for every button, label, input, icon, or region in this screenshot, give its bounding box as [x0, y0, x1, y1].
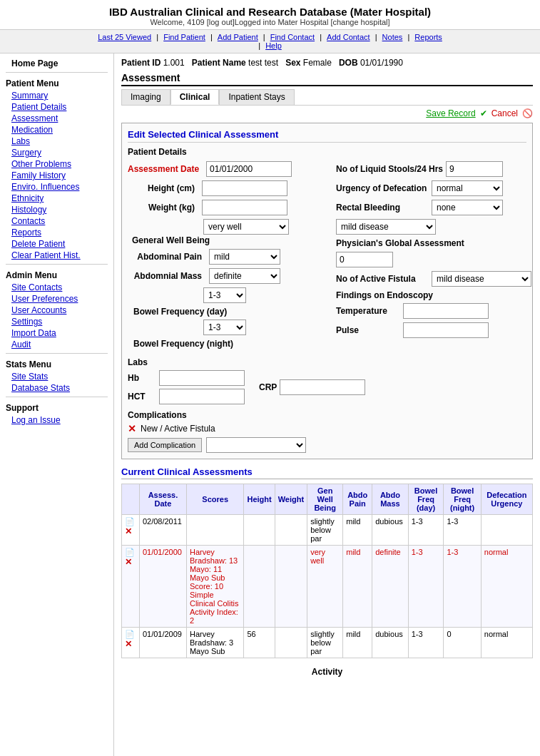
sidebar-site-stats[interactable]: Site Stats — [6, 371, 108, 382]
row3-delete-icon[interactable]: ✕ — [125, 639, 132, 649]
row1-gen-well-being: slightly below par — [307, 515, 343, 546]
sidebar-other-problems[interactable]: Other Problems — [6, 158, 108, 170]
abdomnial-mass-select[interactable]: none dubious definite tender — [209, 268, 280, 284]
sidebar-patient-details[interactable]: Patient Details — [6, 101, 108, 113]
sidebar-site-contacts[interactable]: Site Contacts — [6, 282, 108, 293]
patient-name-label: Patient Name — [192, 58, 246, 68]
pulse-row: Pulse — [336, 322, 531, 338]
row2-actions: 📄 ✕ — [122, 546, 140, 628]
general-well-being-row: very well slightly below par poor very p… — [128, 219, 327, 235]
save-record-button[interactable]: Save Record — [426, 108, 475, 118]
cancel-button[interactable]: Cancel — [491, 108, 518, 118]
weight-row: Weight (kg) — [128, 200, 327, 215]
col-abdo-mass: Abdo Mass — [372, 484, 409, 515]
tab-clinical[interactable]: Clinical — [170, 89, 220, 105]
col-bowel-freq-night: Bowel Freq (night) — [444, 484, 481, 515]
col-bowel-freq-day: Bowel Freq (day) — [408, 484, 444, 515]
sidebar-user-accounts[interactable]: User Accounts — [6, 305, 108, 316]
liquid-stools-input[interactable] — [446, 161, 503, 177]
sidebar-settings[interactable]: Settings — [6, 316, 108, 327]
row2-date: 01/01/2000 — [139, 546, 186, 628]
sidebar-delete-patient[interactable]: Delete Patient — [6, 238, 108, 250]
sidebar-clear-patient-hist[interactable]: Clear Patient Hist. — [6, 250, 108, 261]
tab-imaging[interactable]: Imaging — [121, 89, 170, 105]
add-complication-button[interactable]: Add Complication — [128, 438, 202, 452]
row1-edit-icon[interactable]: 📄 — [125, 517, 135, 526]
col-weight: Weight — [275, 484, 307, 515]
hb-input[interactable] — [159, 370, 245, 386]
bowel-freq-night-select[interactable]: 0 1-3 4-6 7-9 >9 — [203, 320, 246, 335]
abdominal-pain-select[interactable]: none mild moderate severe — [209, 249, 280, 265]
sidebar-log-issue[interactable]: Log an Issue — [6, 414, 108, 426]
col-actions — [122, 484, 140, 515]
active-fistula-select[interactable]: mild disease moderate disease severe dis… — [432, 271, 531, 287]
weight-input[interactable] — [202, 200, 287, 215]
urgency-select[interactable]: normal hurry immediate — [432, 180, 503, 196]
table-row: 📄 ✕ 01/01/2009 Harvey Bradshaw: 3Mayo Su… — [122, 628, 533, 658]
nav-notes[interactable]: Notes — [382, 33, 403, 41]
crp-input[interactable] — [280, 379, 365, 395]
nav-reports[interactable]: Reports — [414, 33, 442, 41]
form-title: Edit Selected Clinical Assessment — [128, 129, 526, 143]
sidebar-import-data[interactable]: Import Data — [6, 327, 108, 339]
sidebar-medication[interactable]: Medication — [6, 124, 108, 136]
rectal-bleeding-extra-select[interactable]: mild disease moderate disease severe dis… — [336, 219, 436, 235]
hct-input[interactable] — [159, 389, 245, 404]
sidebar-enviro-influences[interactable]: Enviro. Influences — [6, 181, 108, 193]
nav-add-contact[interactable]: Add Contact — [327, 33, 370, 41]
sidebar-database-stats[interactable]: Database Stats — [6, 382, 108, 394]
sidebar-audit[interactable]: Audit — [6, 339, 108, 350]
col-abdo-pain: Abdo Pain — [343, 484, 372, 515]
sidebar-histology[interactable]: Histology — [6, 204, 108, 215]
nav-last25[interactable]: Last 25 Viewed — [98, 33, 151, 41]
rectal-bleeding-select[interactable]: none trace occasional frequent — [432, 200, 503, 215]
bowel-freq-day-select[interactable]: 0 1-3 4-6 7-9 >9 — [203, 287, 246, 303]
row2-gen-well-being: very well — [307, 546, 343, 628]
row2-edit-icon[interactable]: 📄 — [125, 548, 135, 556]
physician-global-input[interactable] — [336, 252, 393, 267]
cancel-icon: 🚫 — [522, 108, 533, 118]
patient-info: Patient ID 1.001 Patient Name test test … — [121, 58, 533, 68]
nav-find-patient[interactable]: Find Patient — [163, 33, 205, 41]
temperature-input[interactable] — [403, 303, 489, 319]
row1-delete-icon[interactable]: ✕ — [125, 526, 132, 536]
clinical-assessment-form: Edit Selected Clinical Assessment Patien… — [121, 123, 533, 459]
sidebar-ethnicity[interactable]: Ethnicity — [6, 193, 108, 204]
complication-remove-icon[interactable]: ✕ — [128, 423, 136, 434]
sidebar-labs[interactable]: Labs — [6, 136, 108, 147]
row3-edit-icon[interactable]: 📄 — [125, 630, 135, 638]
height-input[interactable] — [202, 180, 287, 196]
nav-help[interactable]: Help — [265, 41, 282, 50]
height-label: Height (cm) — [128, 183, 199, 193]
crp-label: CRP — [259, 382, 277, 392]
row2-abdo-mass: definite — [372, 546, 409, 628]
liquid-stools-row: No of Liquid Stools/24 Hrs — [336, 161, 531, 177]
form-toolbar: Save Record ✔ Cancel 🚫 — [121, 108, 533, 118]
nav-add-patient[interactable]: Add Patient — [218, 33, 258, 41]
pulse-input[interactable] — [403, 322, 489, 338]
general-well-being-select[interactable]: very well slightly below par poor very p… — [203, 219, 289, 235]
row2-delete-icon[interactable]: ✕ — [125, 557, 132, 567]
patient-id-label: Patient ID — [121, 58, 161, 68]
sidebar-contacts[interactable]: Contacts — [6, 215, 108, 227]
temperature-label: Temperature — [336, 306, 400, 316]
sidebar-summary[interactable]: Summary — [6, 90, 108, 101]
sidebar-assessment[interactable]: Assessment — [6, 113, 108, 124]
row2-defecation: normal — [481, 546, 532, 628]
complication-type-select[interactable] — [206, 437, 306, 453]
patient-details-label: Patient Details — [128, 147, 526, 157]
nav-find-contact[interactable]: Find Contact — [270, 33, 315, 41]
crp-row: CRP — [259, 379, 365, 395]
bowel-freq-night-row: 0 1-3 4-6 7-9 >9 — [128, 320, 327, 335]
sidebar-home[interactable]: Home Page — [6, 58, 108, 69]
sidebar-user-preferences[interactable]: User Preferences — [6, 293, 108, 305]
row3-weight — [275, 628, 307, 658]
assessments-table-title: Current Clinical Assessments — [121, 466, 533, 479]
row3-scores: Harvey Bradshaw: 3Mayo Sub — [186, 628, 244, 658]
sidebar-family-history[interactable]: Family History — [6, 170, 108, 181]
assessment-date-input[interactable] — [206, 161, 292, 177]
sidebar-surgery[interactable]: Surgery — [6, 147, 108, 158]
sidebar-reports[interactable]: Reports — [6, 227, 108, 238]
tab-inpatient-stays[interactable]: Inpatient Stays — [219, 89, 294, 105]
physician-global-value-row — [336, 252, 531, 267]
